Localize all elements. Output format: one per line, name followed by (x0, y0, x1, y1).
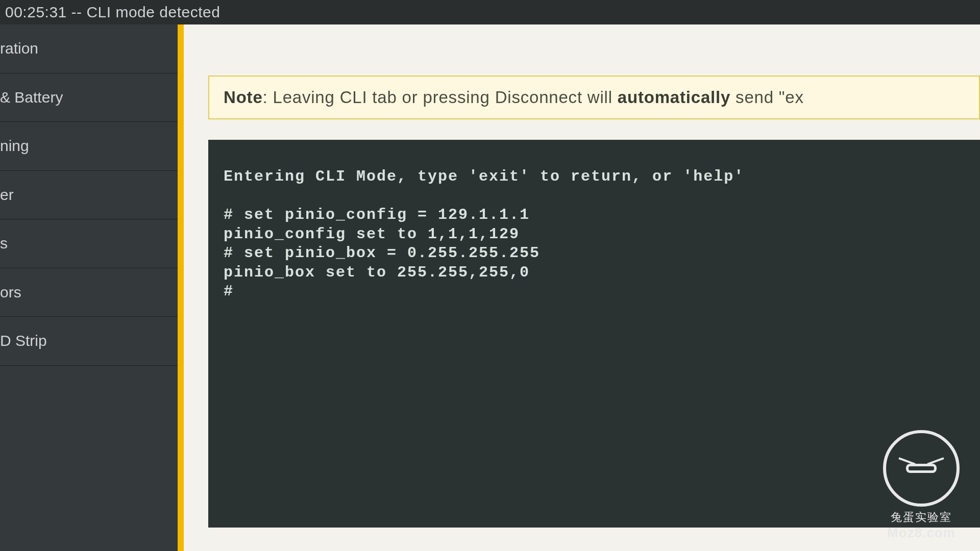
sidebar-item-label: er (0, 186, 14, 203)
sidebar-item-label: & Battery (0, 89, 63, 106)
sidebar-item[interactable]: s (0, 219, 178, 268)
cli-line: Entering CLI Mode, type 'exit' to return… (224, 168, 744, 185)
drone-icon (906, 464, 937, 473)
sidebar-item-label: D Strip (0, 332, 47, 349)
sidebar-item-label: ration (0, 40, 38, 57)
cli-line: pinio_config set to 1,1,1,129 (224, 226, 520, 243)
cli-terminal[interactable]: Entering CLI Mode, type 'exit' to return… (208, 140, 980, 528)
cli-line: # set pinio_box = 0.255.255.255 (224, 244, 540, 262)
note-tail: send "ex (730, 88, 804, 107)
main-panel: Note: Leaving CLI tab or pressing Discon… (184, 24, 980, 551)
sidebar-item[interactable]: D Strip (0, 317, 178, 366)
sidebar-item-label: s (0, 235, 8, 252)
watermark-title: 兔蛋实验室 (891, 510, 952, 525)
note-text: : Leaving CLI tab or pressing Disconnect… (263, 88, 618, 107)
watermark: 兔蛋实验室 Moz8.com (883, 430, 960, 541)
cli-line: # (224, 283, 234, 300)
sidebar-item[interactable]: ors (0, 268, 178, 317)
sidebar-item[interactable]: ning (0, 122, 178, 171)
sidebar-item[interactable]: ration (0, 24, 178, 73)
sidebar-item[interactable]: & Battery (0, 73, 178, 122)
watermark-url: Moz8.com (887, 525, 955, 541)
sidebar-nav: ration & Battery ning er s ors D Strip (0, 24, 184, 551)
cli-note-banner: Note: Leaving CLI tab or pressing Discon… (208, 76, 980, 119)
app-shell: ration & Battery ning er s ors D Strip N… (0, 24, 980, 551)
cli-line: pinio_box set to 255.255,255,0 (224, 264, 530, 281)
log-topbar: 00:25:31 -- CLI mode detected (0, 0, 980, 24)
note-prefix: Note (224, 88, 263, 107)
log-line: 00:25:31 -- CLI mode detected (5, 4, 220, 21)
sidebar-item[interactable]: er (0, 171, 178, 220)
sidebar-item-label: ors (0, 284, 21, 300)
sidebar-item-label: ning (0, 137, 29, 154)
cli-line: # set pinio_config = 129.1.1.1 (224, 206, 530, 223)
note-bold: automatically (618, 88, 730, 107)
watermark-logo-icon (883, 430, 960, 507)
